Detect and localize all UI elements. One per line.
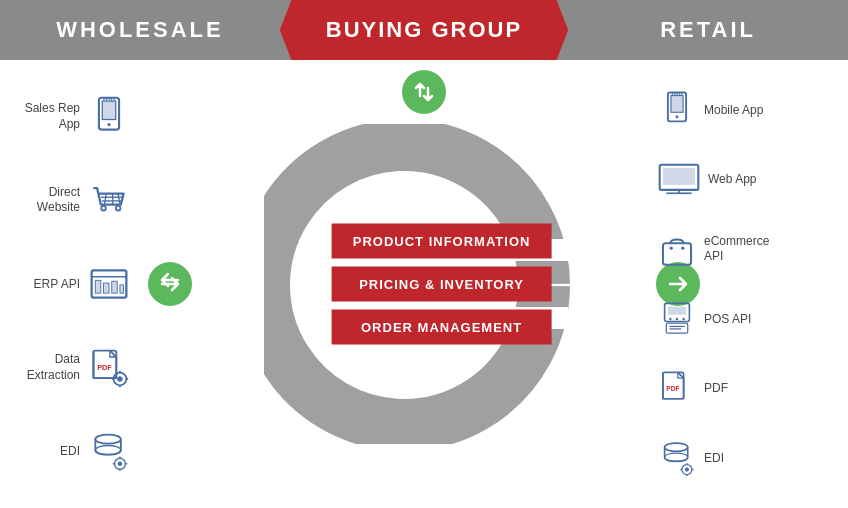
svg-rect-20 (104, 283, 109, 293)
product-info-box: PRODUCT INFORMATION (332, 224, 552, 259)
svg-line-14 (118, 194, 120, 205)
svg-point-26 (117, 376, 122, 381)
order-management-box: ORDER MANAGEMENT (332, 310, 552, 345)
data-extraction-icon: PDF (88, 347, 130, 389)
left-item-erp-api: ERP API (10, 263, 190, 305)
mobile-app-label: Mobile App (704, 103, 763, 117)
svg-point-64 (665, 443, 688, 451)
ecommerce-api-label: eCommerceAPI (704, 234, 769, 265)
svg-point-16 (116, 206, 121, 211)
mobile-app-icon (658, 91, 696, 129)
right-item-pdf: PDF PDF (658, 369, 838, 407)
right-sidebar: Mobile App Web App eCommerceAPI (648, 60, 848, 508)
pdf-label: PDF (704, 381, 728, 395)
svg-point-4 (107, 123, 110, 126)
svg-rect-3 (102, 101, 115, 119)
svg-point-56 (669, 318, 671, 320)
pricing-inventory-box: PRICING & INVENTORY (332, 267, 552, 302)
left-item-sales-rep: Sales RepApp (10, 96, 190, 138)
svg-point-52 (670, 247, 673, 250)
right-item-web-app: Web App (658, 160, 838, 198)
center-info-boxes: PRODUCT INFORMATION PRICING & INVENTORY … (332, 224, 552, 345)
edi-right-label: EDI (704, 451, 724, 465)
svg-point-31 (95, 435, 121, 444)
retail-label: RETAIL (568, 17, 848, 43)
svg-rect-21 (112, 281, 117, 293)
svg-line-12 (104, 194, 106, 205)
svg-rect-22 (120, 285, 124, 293)
svg-point-32 (95, 446, 121, 455)
left-item-direct-website: DirectWebsite (10, 179, 190, 221)
erp-api-icon (88, 263, 130, 305)
ecommerce-api-icon (658, 230, 696, 268)
svg-point-34 (118, 462, 123, 467)
buying-group-label: BUYING GROUP (280, 0, 568, 60)
erp-api-label: ERP API (10, 277, 80, 291)
svg-rect-51 (663, 243, 691, 264)
pos-api-label: POS API (704, 312, 751, 326)
svg-text:PDF: PDF (666, 386, 679, 393)
svg-point-15 (101, 206, 106, 211)
svg-rect-19 (95, 280, 100, 293)
left-sidebar: Sales RepApp DirectWebsite (0, 60, 200, 508)
left-item-data-extraction: DataExtraction PDF (10, 347, 190, 389)
edi-left-label: EDI (10, 444, 80, 458)
edi-left-icon (88, 430, 130, 472)
right-item-ecommerce-api: eCommerceAPI (658, 230, 838, 268)
svg-point-41 (675, 115, 678, 118)
right-item-pos-api: POS API (658, 300, 838, 338)
left-item-edi: EDI (10, 430, 190, 472)
direct-website-label: DirectWebsite (10, 185, 80, 216)
svg-point-65 (665, 453, 688, 461)
svg-rect-48 (663, 169, 695, 186)
pdf-icon: PDF (658, 369, 696, 407)
svg-text:PDF: PDF (97, 362, 112, 371)
pos-api-icon (658, 300, 696, 338)
svg-rect-40 (671, 95, 683, 112)
sales-rep-icon (88, 96, 130, 138)
sales-rep-label: Sales RepApp (10, 101, 80, 132)
svg-rect-55 (668, 306, 686, 314)
right-item-mobile-app: Mobile App (658, 91, 838, 129)
top-exchange-icon (402, 70, 446, 114)
header-banner: WHOLESALE BUYING GROUP RETAIL (0, 0, 848, 60)
svg-point-58 (682, 318, 684, 320)
wholesale-label: WHOLESALE (0, 17, 280, 43)
svg-point-67 (685, 468, 689, 472)
svg-point-53 (681, 247, 684, 250)
svg-rect-59 (666, 323, 687, 333)
right-item-edi: EDI (658, 439, 838, 477)
web-app-icon (658, 160, 700, 198)
svg-point-57 (676, 318, 678, 320)
data-extraction-label: DataExtraction (10, 352, 80, 383)
edi-right-icon (658, 439, 696, 477)
main-content: PRODUCT INFORMATION PRICING & INVENTORY … (0, 60, 848, 508)
direct-website-icon (88, 179, 130, 221)
web-app-label: Web App (708, 172, 756, 186)
